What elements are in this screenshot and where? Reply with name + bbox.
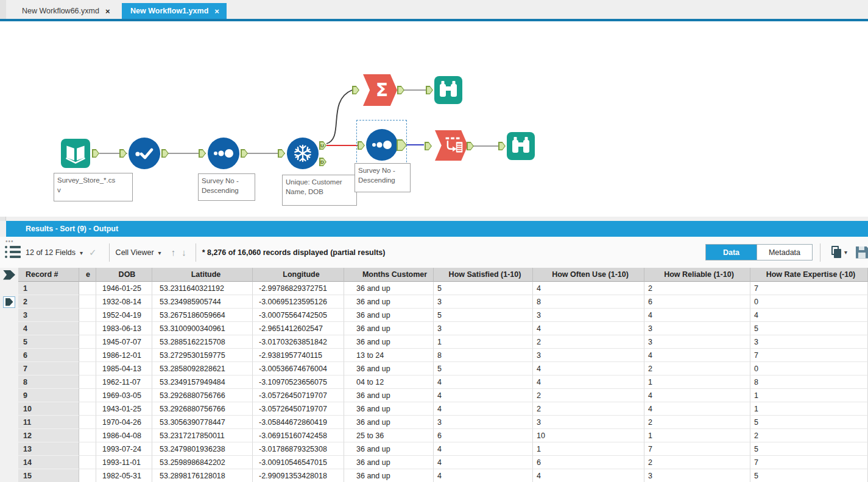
cell[interactable]: 53.2926880756766 xyxy=(152,402,253,416)
cell[interactable]: 8 xyxy=(434,349,533,362)
tab-new-workflow1[interactable]: New Workflow1.yxmd × xyxy=(122,3,227,19)
cell[interactable]: 14 xyxy=(18,456,79,469)
column-header[interactable]: How Satisfied (1-10) xyxy=(434,268,533,282)
cell[interactable]: 4 xyxy=(533,375,644,389)
cell-viewer-dropdown[interactable]: Cell Viewer▾ xyxy=(116,248,161,257)
column-header[interactable]: Latitude xyxy=(152,268,253,282)
cell[interactable]: 53.2598986842202 xyxy=(152,456,253,469)
cell[interactable]: 1993-07-24 xyxy=(96,442,152,456)
row-gutter[interactable] xyxy=(0,429,18,442)
cell[interactable]: 5 xyxy=(750,469,868,482)
cell[interactable]: 5 xyxy=(18,335,79,349)
cell[interactable]: 15 xyxy=(18,469,79,482)
cell[interactable]: 8 xyxy=(750,375,868,389)
cell[interactable] xyxy=(79,456,96,469)
sort-tool[interactable] xyxy=(208,138,239,169)
cell[interactable]: 53.234985905744 xyxy=(152,295,253,309)
cell[interactable]: 0 xyxy=(750,362,868,375)
cell[interactable]: 1985-04-13 xyxy=(96,362,152,375)
cell[interactable]: 4 xyxy=(533,362,644,375)
cell[interactable]: 4 xyxy=(533,322,644,335)
cell[interactable]: 53.2349157949484 xyxy=(152,375,253,389)
cell[interactable]: 8 xyxy=(18,375,79,389)
row-gutter[interactable] xyxy=(0,389,18,402)
cell[interactable]: -3.05726450719707 xyxy=(253,389,344,402)
cell[interactable]: 0 xyxy=(750,295,868,309)
cell[interactable]: 2 xyxy=(533,389,644,402)
column-header[interactable]: e xyxy=(79,268,96,282)
cell[interactable]: 3 xyxy=(533,349,644,362)
cell[interactable]: 10 xyxy=(533,429,644,442)
cell[interactable]: 3 xyxy=(434,416,533,429)
tool-label-input[interactable]: Survey_Store_*.cs v xyxy=(54,173,133,201)
cell[interactable]: 2 xyxy=(644,362,750,375)
cell[interactable]: 36 and up xyxy=(344,389,434,402)
cell[interactable]: 4 xyxy=(434,442,533,456)
copy-icon[interactable] xyxy=(831,246,842,259)
cell[interactable]: -3.06915160742458 xyxy=(253,429,344,442)
cell[interactable]: 53.2479801936238 xyxy=(152,442,253,456)
cell[interactable]: 1932-08-14 xyxy=(96,295,152,309)
cell[interactable]: 6 xyxy=(434,429,533,442)
cell[interactable]: 6 xyxy=(644,295,750,309)
cell[interactable]: 1 xyxy=(644,429,750,442)
row-gutter[interactable] xyxy=(0,282,18,295)
row-gutter[interactable] xyxy=(0,362,18,375)
row-gutter-header[interactable] xyxy=(0,268,18,282)
row-gutter[interactable] xyxy=(0,295,18,309)
panel-drag-handle[interactable]: ••• xyxy=(5,238,14,245)
cell[interactable]: 1 xyxy=(533,442,644,456)
tool-label-sort2[interactable]: Survey No - Descending xyxy=(355,163,411,192)
table-options-icon[interactable] xyxy=(5,245,21,260)
cell[interactable]: -2.9381957740115 xyxy=(253,349,344,362)
cell[interactable]: 53.2317217850011 xyxy=(152,429,253,442)
workflow-canvas[interactable]: U D Σ xyxy=(0,21,868,217)
cell[interactable]: 10 xyxy=(18,402,79,416)
cell[interactable]: 3 xyxy=(644,335,750,349)
cell[interactable]: 1 xyxy=(750,389,868,402)
cell[interactable]: 7 xyxy=(644,442,750,456)
cell[interactable]: 7 xyxy=(750,349,868,362)
cell[interactable]: 1983-06-13 xyxy=(96,322,152,335)
cell[interactable]: 53.2885162215708 xyxy=(152,335,253,349)
cell[interactable]: 36 and up xyxy=(344,335,434,349)
cell[interactable]: 11 xyxy=(18,416,79,429)
cell[interactable]: 1986-04-08 xyxy=(96,429,152,442)
cell[interactable]: 1962-11-07 xyxy=(96,375,152,389)
results-table[interactable]: Record #eDOBLatitudeLongitudeMonths Cust… xyxy=(0,268,868,482)
cell[interactable]: -2.9651412602547 xyxy=(253,322,344,335)
cell[interactable]: -3.05844672860419 xyxy=(253,416,344,429)
cell[interactable]: 4 xyxy=(750,309,868,322)
cell[interactable]: 4 xyxy=(434,402,533,416)
cell[interactable]: 6 xyxy=(18,349,79,362)
cell[interactable]: 1 xyxy=(18,282,79,295)
cell[interactable] xyxy=(79,429,96,442)
unique-tool[interactable] xyxy=(287,138,319,169)
cell[interactable]: 3 xyxy=(644,322,750,335)
cell[interactable]: 4 xyxy=(644,309,750,322)
tab-data[interactable]: Data xyxy=(705,244,757,260)
cell[interactable] xyxy=(79,322,96,335)
cell[interactable]: 25 to 36 xyxy=(344,429,434,442)
row-gutter[interactable] xyxy=(0,456,18,469)
cell[interactable]: 2 xyxy=(18,295,79,309)
cell[interactable]: 4 xyxy=(434,375,533,389)
cell[interactable]: 4 xyxy=(533,282,644,295)
cell[interactable]: 3 xyxy=(434,295,533,309)
apply-check-icon[interactable]: ✓ xyxy=(89,247,97,258)
row-gutter[interactable] xyxy=(0,375,18,389)
column-header[interactable]: Longitude xyxy=(253,268,344,282)
cell[interactable]: 36 and up xyxy=(344,362,434,375)
cell[interactable] xyxy=(79,282,96,295)
cell[interactable]: 36 and up xyxy=(344,416,434,429)
cell[interactable]: 1982-05-31 xyxy=(96,469,152,482)
cell[interactable] xyxy=(79,309,96,322)
cell[interactable]: 36 and up xyxy=(344,442,434,456)
row-gutter[interactable] xyxy=(0,469,18,482)
cell[interactable]: 36 and up xyxy=(344,469,434,482)
row-gutter[interactable] xyxy=(0,416,18,429)
cell[interactable]: -2.99091353428018 xyxy=(253,469,344,482)
cell[interactable]: 4 xyxy=(644,389,750,402)
cell[interactable]: 36 and up xyxy=(344,309,434,322)
move-up-icon[interactable]: ↑ xyxy=(171,247,176,257)
